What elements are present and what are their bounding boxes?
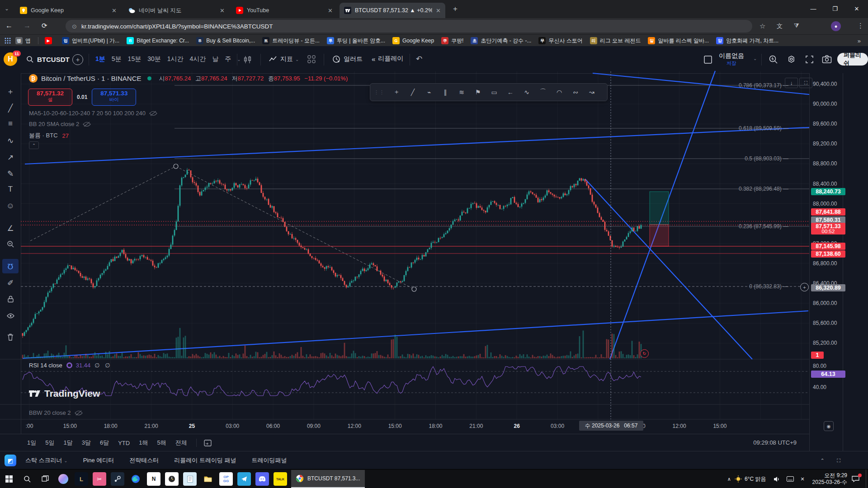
telegram-icon[interactable] [237,472,251,486]
bitcoin-icon: ₿ [29,74,38,83]
time-tick: 12:00 [673,423,686,429]
time-tick: 25 [189,423,195,429]
taskbar-chrome-label: BTCUSDT 87,571.3... [307,475,360,482]
range-YTD[interactable]: YTD [118,440,130,446]
volume-row[interactable]: 볼륨 · BTC 27 [29,131,69,140]
drawing-tool-icon-3[interactable]: ⌁ [421,85,437,99]
time-tick: 21:00 [469,423,483,429]
price-tick: 86,000.00 [813,300,837,306]
drawing-tool-icon-10[interactable]: ⌒ [535,85,551,99]
legend-ohlc: 시87,765.24 고87,765.24 저87,727.72 종87,753… [159,75,348,83]
scroll-to-recent-icon[interactable]: ↓ [785,78,798,88]
drawing-tool-icon-1[interactable]: ＋ [388,85,405,99]
rsi-row[interactable]: RSI 14 close 31.44 ∅ ∅ [29,362,112,369]
bottom-tab-1[interactable]: 스탁 스크리너 ⌄ [25,456,68,465]
sell-button[interactable]: 87,571.32 셀 [28,89,72,106]
range-5해[interactable]: 5해 [157,439,166,447]
drawing-tool-icon-12[interactable]: ∾ [567,85,584,99]
panel-expand-icon[interactable]: ⛶ [834,456,844,465]
notepad-icon[interactable] [183,472,197,486]
drawing-tool-icon-13[interactable]: ↝ [584,85,600,99]
range-6달[interactable]: 6달 [100,439,109,447]
tray-speaker-icon[interactable] [774,476,780,483]
show-desktop-button[interactable] [866,469,868,488]
taskbar-chrome-window[interactable]: BTCUSDT 87,571.3... [291,470,365,488]
panel-collapse-icon[interactable]: ⌃ [817,456,827,465]
drawing-tool-icon-9[interactable]: ∿ [519,85,535,99]
time-tick: 06:00 [266,423,280,429]
steam-icon[interactable] [111,472,124,486]
price-label-badge: 87,571.3300:52 [811,223,845,235]
notion-icon[interactable]: N [147,472,160,486]
range-1해[interactable]: 1해 [139,439,148,447]
drag-handle-icon[interactable]: ⋮⋮ [374,89,385,95]
drawing-tool-icon-2[interactable]: ╱ [405,85,421,99]
pane-maximize-icon[interactable]: ⛶ [799,78,812,88]
drawing-tool-icon-6[interactable]: ⚑ [470,85,486,99]
edge-icon[interactable] [129,472,142,486]
tray-weather[interactable]: 6°C 맑음 [735,475,766,483]
legend-collapse-button[interactable]: ⌃ [29,141,39,149]
kakaotalk-icon[interactable]: TALK [274,472,287,486]
goto-date-button[interactable] [204,439,212,447]
task-view-icon[interactable] [38,472,52,486]
floating-drawing-toolbar[interactable]: ⋮⋮ ＋╱⌁∥≋⚑▭←∿⌒◠∾↝ [370,83,608,101]
time-tick: :00 [26,423,33,429]
range-전체[interactable]: 전체 [175,439,187,447]
opgg-icon[interactable]: OPGG [219,472,233,486]
copilot-icon[interactable] [58,474,68,484]
add-alert-plus-icon[interactable]: + [800,283,809,291]
chart-canvas[interactable] [0,0,868,488]
drawing-tool-icon-5[interactable]: ≋ [453,85,470,99]
league-of-legends-icon[interactable]: L [75,472,88,486]
range-1일[interactable]: 1일 [27,439,36,447]
ma-indicator-row[interactable]: MA5-10-20-60-120-240 7 20 50 100 200 240 [29,110,157,117]
market-status-icon[interactable]: ↻ [640,349,649,358]
time-tick: 18:00 [104,423,118,429]
range-1달[interactable]: 1달 [63,439,72,447]
price-tick: 89,200.00 [813,141,837,147]
tray-ime-indicator[interactable]: ✕ [800,476,804,482]
tradingview-logo[interactable]: TradingView [28,388,100,399]
drawing-tool-icon-7[interactable]: ▭ [486,85,502,99]
bottom-tab-4[interactable]: 리플레이 트레이딩 패널 [174,456,236,465]
rsi-tick: 40.00 [813,384,826,390]
help-widget-icon[interactable]: ◩ [5,455,16,466]
clock-app-icon[interactable] [165,472,179,486]
bottom-tab-5[interactable]: 트레이딩패널 [252,456,287,465]
drawing-tool-icon-8[interactable]: ← [502,85,519,99]
range-3달[interactable]: 3달 [82,439,91,447]
taskbar-search-icon[interactable] [20,472,34,486]
tray-keyboard-icon[interactable] [787,476,794,482]
drawing-tool-icon-11[interactable]: ◠ [551,85,567,99]
time-tick: 15:00 [63,423,77,429]
chart-legend: ₿ Bitcoin / TetherUS · 1 · BINANCE 시87,7… [29,74,348,83]
timezone-settings-icon[interactable]: ◉ [824,421,834,431]
time-tick: 12:00 [348,423,361,429]
action-center-badge [858,474,862,477]
drawing-tool-icon-4[interactable]: ∥ [437,85,453,99]
price-tick: 88,400.00 [813,181,837,187]
fib-level-label: 0.618 (89,509.59) — [739,125,788,131]
range-5일[interactable]: 5일 [45,439,54,447]
action-center-icon[interactable] [852,475,859,483]
fib-level-label: 0.786 (90,373.17) — [739,82,788,89]
tray-clock[interactable]: 오전 9:29 2025-03-26-수 [812,472,847,486]
legend-title[interactable]: Bitcoin / TetherUS · 1 · BINANCE [41,75,141,82]
chrome-icon [296,474,304,483]
bottom-tab-3[interactable]: 전략테스터 [129,456,159,465]
discord-icon[interactable] [255,472,269,486]
bottom-tab-2[interactable]: Pine 에디터 [83,456,114,465]
fib-level-label: 0 (86,332.83) — [749,283,788,290]
start-button[interactable] [2,472,16,486]
price-tick: 88,800.00 [813,160,837,167]
clock-utc[interactable]: 09:29:08 UTC+9 [753,439,797,446]
file-explorer-icon[interactable] [201,472,215,486]
bb-indicator-row[interactable]: BB 20 SMA close 2 [29,121,91,127]
capture-app-icon[interactable]: ✂ [93,472,106,486]
tray-chevron-icon[interactable]: ∧ [727,476,731,482]
time-tick: 09:00 [307,423,321,429]
price-tick: 89,600.00 [813,121,837,127]
buy-button[interactable]: 87,571.33 바이 [92,89,136,106]
bbw-row[interactable]: BBW 20 close 2 [29,409,83,416]
